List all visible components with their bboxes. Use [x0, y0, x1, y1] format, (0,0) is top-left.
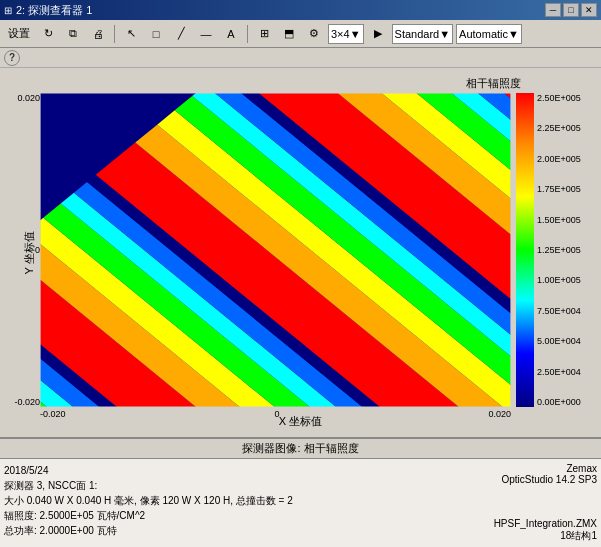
standard-dropdown[interactable]: Standard▼ [392, 24, 454, 44]
cb-label-0: 2.50E+005 [537, 93, 581, 103]
line-button[interactable]: ╱ [170, 23, 192, 45]
plot-title: 相干辐照度 [466, 76, 521, 91]
refresh-button[interactable]: ↻ [37, 23, 59, 45]
grid-tool-button[interactable]: ⊞ [253, 23, 275, 45]
y-tick-2: 0 [35, 245, 40, 255]
window-icon: ⊞ [4, 5, 12, 16]
standard-label: Standard▼ [395, 28, 451, 40]
minimize-button[interactable]: ─ [545, 3, 561, 17]
automatic-dropdown[interactable]: Automatic▼ [456, 24, 522, 44]
colorbar-svg [516, 93, 534, 407]
plot-svg [40, 93, 511, 407]
cb-label-4: 1.50E+005 [537, 215, 581, 225]
x-axis-ticks: -0.020 0 0.020 [40, 409, 511, 419]
help-row: ? [0, 48, 601, 68]
grid-label: 3×4▼ [331, 28, 361, 40]
export-button[interactable]: ⬒ [278, 23, 300, 45]
title-bar-controls: ─ □ ✕ [545, 3, 597, 17]
separator-1 [114, 25, 115, 43]
y-axis-ticks: 0.020 0 -0.020 [5, 93, 40, 407]
colorbar-container: 2.50E+005 2.25E+005 2.00E+005 1.75E+005 … [516, 93, 591, 407]
cb-label-6: 1.00E+005 [537, 275, 581, 285]
info-right: Zemax OpticStudio 14.2 SP3 HPSF_Integrat… [417, 463, 597, 543]
info-panel: 探测器图像: 相干辐照度 2018/5/24 探测器 3, NSCC面 1: 大… [0, 437, 601, 547]
cursor-button[interactable]: ↖ [120, 23, 142, 45]
cb-label-1: 2.25E+005 [537, 123, 581, 133]
title-bar: ⊞ 2: 探测查看器 1 ─ □ ✕ [0, 0, 601, 20]
copy-button[interactable]: ⧉ [62, 23, 84, 45]
cb-label-2: 2.00E+005 [537, 154, 581, 164]
info-body: 2018/5/24 探测器 3, NSCC面 1: 大小 0.040 W X 0… [0, 459, 601, 547]
y-tick-4: -0.020 [14, 397, 40, 407]
grid-dropdown[interactable]: 3×4▼ [328, 24, 364, 44]
config-button[interactable]: ⚙ [303, 23, 325, 45]
toolbar: 设置 ↻ ⧉ 🖨 ↖ □ ╱ — A ⊞ ⬒ ⚙ 3×4▼ ▶ Standard… [0, 20, 601, 48]
separator-2 [247, 25, 248, 43]
x-tick-4: 0.020 [488, 409, 511, 419]
opticstudio-label: OpticStudio 14.2 SP3 [417, 474, 597, 485]
x-axis-label: X 坐标值 [279, 414, 322, 429]
automatic-label: Automatic▼ [459, 28, 519, 40]
svg-rect-45 [516, 93, 534, 407]
minus-button[interactable]: — [195, 23, 217, 45]
x-tick-0: -0.020 [40, 409, 66, 419]
rect-button[interactable]: □ [145, 23, 167, 45]
help-button[interactable]: ? [4, 50, 20, 66]
cb-label-8: 5.00E+004 [537, 336, 581, 346]
cb-label-5: 1.25E+005 [537, 245, 581, 255]
y-tick-0: 0.020 [17, 93, 40, 103]
settings-button[interactable]: 设置 [4, 23, 34, 45]
info-left-text: 2018/5/24 探测器 3, NSCC面 1: 大小 0.040 W X 0… [4, 463, 417, 543]
settings-label: 设置 [8, 26, 30, 41]
zmx-filename: HPSF_Integration.ZMX [417, 518, 597, 529]
close-button[interactable]: ✕ [581, 3, 597, 17]
text-tool-button[interactable]: A [220, 23, 242, 45]
title-bar-left: ⊞ 2: 探测查看器 1 [4, 3, 92, 18]
print-button[interactable]: 🖨 [87, 23, 109, 45]
main-content: 相干辐照度 Y 坐标值 [0, 68, 601, 437]
info-header: 探测器图像: 相干辐照度 [0, 439, 601, 459]
colorbar-labels: 2.50E+005 2.25E+005 2.00E+005 1.75E+005 … [537, 93, 581, 407]
plot-area: 相干辐照度 Y 坐标值 [0, 68, 601, 437]
cb-label-7: 7.50E+004 [537, 306, 581, 316]
zemax-label: Zemax [417, 463, 597, 474]
play-button[interactable]: ▶ [367, 23, 389, 45]
chart-container [40, 93, 511, 407]
cb-label-10: 0.00E+000 [537, 397, 581, 407]
window-title: 2: 探测查看器 1 [16, 3, 92, 18]
cb-label-3: 1.75E+005 [537, 184, 581, 194]
info-right-bottom: HPSF_Integration.ZMX 18结构1 [417, 518, 597, 543]
cb-label-9: 2.50E+004 [537, 367, 581, 377]
structure-label: 18结构1 [417, 529, 597, 543]
maximize-button[interactable]: □ [563, 3, 579, 17]
info-right-top: Zemax OpticStudio 14.2 SP3 [417, 463, 597, 485]
